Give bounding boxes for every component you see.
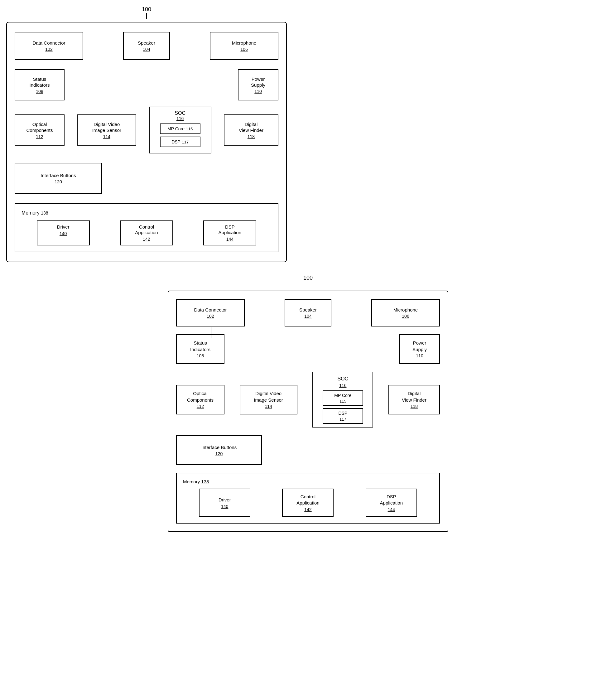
optical-label2: OpticalComponents <box>187 390 214 403</box>
microphone-label: Microphone <box>232 40 256 46</box>
mp-core-box2: MP Core 115 <box>323 390 363 406</box>
microphone-label2: Microphone <box>393 307 418 313</box>
status-indicators-box2: StatusIndicators 108 <box>176 334 224 364</box>
speaker-box: Speaker 104 <box>123 32 170 60</box>
dsp-app-box2: DSPApplication 144 <box>366 489 417 517</box>
mp-core-box: MP Core 115 <box>160 124 200 134</box>
row3: OpticalComponents 112 Digital VideoImage… <box>176 372 440 428</box>
control-application-label: ControlApplication <box>135 224 158 235</box>
dvf-box2: DigitalView Finder 118 <box>389 385 440 414</box>
soc-label: SOC <box>175 110 185 116</box>
dsp-app-label2: DSPApplication <box>380 494 403 506</box>
status-indicators-ref: 108 <box>36 89 43 94</box>
speaker-ref2: 104 <box>304 314 311 319</box>
driver-ref2: 140 <box>221 504 228 509</box>
driver-ref: 140 <box>42 231 84 236</box>
memory-title2: Memory 138 <box>183 479 433 484</box>
data-connector-ref: 102 <box>45 47 52 52</box>
driver-box: Driver 140 <box>37 220 90 245</box>
dvis-ref2: 114 <box>265 404 272 409</box>
dvis-box2: Digital VideoImage Sensor 114 <box>240 385 298 414</box>
mp-core-label2: MP Core <box>334 393 351 398</box>
driver-label: Driver <box>57 224 69 230</box>
interface-buttons-label: Interface Buttons <box>41 172 76 179</box>
dvf-label2: DigitalView Finder <box>402 390 426 403</box>
power-supply-box2: PowerSupply 110 <box>399 334 440 364</box>
page-wrapper: 100 Data Connector 102 Speaker 104 Micro… <box>6 6 287 262</box>
dsp-core-ref2: 117 <box>339 417 346 422</box>
interface-buttons-box: Interface Buttons 120 <box>15 163 102 194</box>
dvf-label: DigitalView Finder <box>239 121 263 133</box>
diagram-ref-label: 100 <box>142 6 151 13</box>
control-application-box: ControlApplication 142 <box>120 220 173 245</box>
svg-marker-0 <box>168 291 171 293</box>
soc-ref: 116 <box>176 116 183 121</box>
dvf-ref2: 118 <box>411 404 418 409</box>
dvis-ref: 114 <box>103 134 110 139</box>
speaker-box2: Speaker 104 <box>285 299 331 326</box>
control-app-box2: ControlApplication 142 <box>282 489 334 517</box>
power-supply-label: PowerSupply <box>251 76 265 88</box>
memory-label: Memory <box>22 210 40 215</box>
control-app-label2: ControlApplication <box>296 494 319 506</box>
diagram-main: Data Connector 102 Speaker 104 Microphon… <box>168 290 448 532</box>
power-supply-label2: PowerSupply <box>413 340 427 353</box>
optical-components-box: OpticalComponents 112 <box>15 114 65 146</box>
memory-outer2: Memory 138 Driver 140 ControlApplication… <box>176 473 440 523</box>
control-application-ref: 142 <box>126 237 168 242</box>
dvis-label2: Digital VideoImage Sensor <box>254 390 283 403</box>
status-indicators-label: StatusIndicators <box>29 76 49 88</box>
soc-box2: SOC 116 MP Core 115 DSP 117 <box>312 372 373 428</box>
dsp-core-ref: 117 <box>182 140 189 144</box>
row2-spacer <box>281 348 343 351</box>
power-supply-box: PowerSupply 110 <box>238 69 278 101</box>
dvf-ref: 118 <box>247 134 255 139</box>
soc-label2: SOC <box>337 375 348 382</box>
diagram-ref: 100 <box>168 275 448 289</box>
dsp-core-box: DSP 117 <box>160 136 200 147</box>
data-connector-box2: Data Connector 102 <box>176 299 245 326</box>
power-supply-ref: 110 <box>255 89 262 94</box>
speaker-ref: 104 <box>143 47 150 52</box>
diagram-container: 100 Data Connector 102 Speaker 104 Micro… <box>168 275 448 532</box>
optical-box2: OpticalComponents 112 <box>176 385 224 414</box>
row4: Interface Buttons 120 <box>176 435 440 465</box>
interface-buttons-label2: Interface Buttons <box>201 444 237 451</box>
dvis-label: Digital VideoImage Sensor <box>92 121 121 133</box>
microphone-ref2: 106 <box>402 314 409 319</box>
mp-core-ref2: 115 <box>339 399 346 404</box>
data-connector-label: Data Connector <box>32 40 65 46</box>
dsp-core-box2: DSP 117 <box>323 408 363 424</box>
mp-core-ref: 115 <box>186 127 193 131</box>
dsp-core-label: DSP <box>172 139 180 144</box>
driver-box2: Driver 140 <box>199 489 250 517</box>
data-connector-box: Data Connector 102 <box>15 32 83 60</box>
status-indicators-box: StatusIndicators 108 <box>15 69 65 101</box>
control-app-ref2: 142 <box>304 507 311 512</box>
microphone-ref: 106 <box>240 47 247 52</box>
status-indicators-ref2: 108 <box>197 353 204 358</box>
speaker-label2: Speaker <box>299 307 317 313</box>
optical-components-label: OpticalComponents <box>26 121 53 133</box>
driver-label2: Driver <box>219 497 231 503</box>
outer-box: Data Connector 102 Speaker 104 Microphon… <box>6 22 287 262</box>
memory-ref2: 138 <box>201 479 209 484</box>
dsp-core-label2: DSP <box>338 410 347 416</box>
data-connector-ref2: 102 <box>207 314 214 319</box>
data-connector-label2: Data Connector <box>194 307 227 313</box>
soc-ref2: 116 <box>339 383 346 388</box>
memory-inner-row2: Driver 140 ControlApplication 142 DSPApp… <box>183 489 433 517</box>
optical-ref2: 112 <box>197 404 204 409</box>
microphone-box2: Microphone 106 <box>371 299 440 326</box>
dvis-box: Digital VideoImage Sensor 114 <box>77 114 136 146</box>
mp-core-label: MP Core <box>168 126 184 131</box>
dsp-app-ref2: 144 <box>388 507 395 512</box>
dsp-application-ref: 144 <box>209 237 251 242</box>
memory-box: Memory 138 Driver 140 ControlApplication… <box>15 203 278 252</box>
dsp-application-label: DSPApplication <box>219 224 241 235</box>
microphone-box: Microphone 106 <box>210 32 278 60</box>
dvf-box: DigitalView Finder 118 <box>224 114 278 146</box>
row2: StatusIndicators 108 PowerSupply 110 <box>176 334 440 364</box>
row1: Data Connector 102 Speaker 104 Microphon… <box>176 299 440 326</box>
interface-buttons-box2: Interface Buttons 120 <box>176 435 262 465</box>
